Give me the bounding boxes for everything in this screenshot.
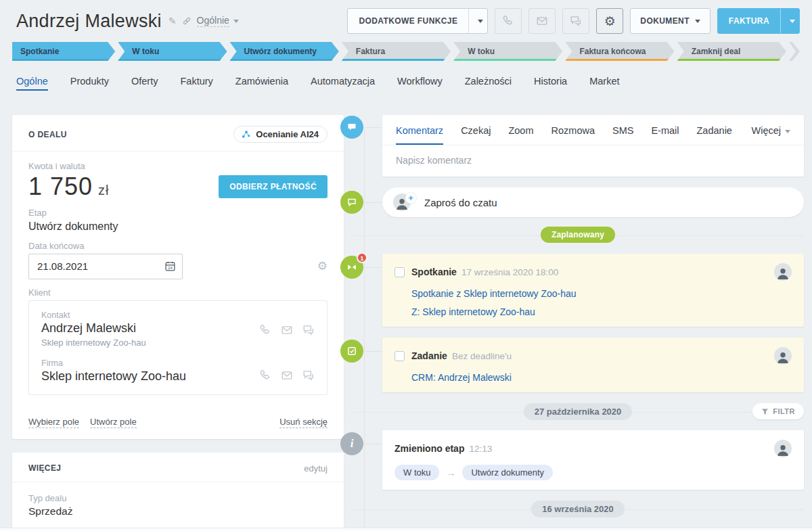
composer-tab-komentarz[interactable]: Komentarz <box>396 125 443 145</box>
envelope-icon <box>536 15 548 27</box>
composer-row: Komentarz Czekaj Zoom Rozmowa SMS E-mail… <box>382 115 804 177</box>
tab-ogolne[interactable]: Ogólne <box>16 76 48 91</box>
composer-tab-sms[interactable]: SMS <box>612 125 633 145</box>
title-tools: ✎ <box>168 16 191 26</box>
stage-transition: W toku → Utwórz dokumenty <box>394 465 792 480</box>
tab-workflowy[interactable]: Workflowy <box>397 76 443 91</box>
status-badge: Zaplanowany <box>541 227 615 243</box>
company-actions <box>259 369 315 382</box>
date-separator: 16 września 2020 <box>352 501 804 518</box>
tab-zaleznosci[interactable]: Zależności <box>465 76 512 91</box>
chevron-down-icon <box>695 20 700 23</box>
chat-icon[interactable] <box>302 324 315 336</box>
composer-tab-czekaj[interactable]: Czekaj <box>461 125 491 145</box>
task-link[interactable]: CRM: Andrzej Malewski <box>411 372 792 383</box>
amount-row: 1 750zł ODBIERZ PŁATNOŚĆ <box>28 174 328 200</box>
stage-label: Zamknij deal <box>692 47 741 56</box>
tab-faktury[interactable]: Faktury <box>180 76 212 91</box>
date-separator-label: 16 września 2020 <box>531 501 625 517</box>
phone-icon[interactable] <box>259 324 271 336</box>
edit-link[interactable]: edytuj <box>304 463 328 474</box>
stage-label: Spotkanie <box>20 47 59 56</box>
more-functions-button[interactable]: DODATKOWE FUNKCJE <box>347 8 488 34</box>
chat-button[interactable] <box>562 8 589 34</box>
task-head: Zadanie Bez deadline'u <box>394 347 792 365</box>
tab-produkty[interactable]: Produkty <box>70 76 109 91</box>
choose-field-link[interactable]: Wybierz pole <box>28 417 79 428</box>
document-button[interactable]: DOKUMENT <box>630 8 710 34</box>
filter-button[interactable]: FILTR <box>752 403 804 419</box>
invite-to-chat-button[interactable]: + Zaproś do czatu <box>382 187 804 217</box>
tab-market[interactable]: Market <box>589 76 619 91</box>
stage-utworz-dokumenty[interactable]: Utwórz dokumenty <box>230 42 339 61</box>
stage-label: Faktura <box>356 47 385 56</box>
stage-zamknij-deal[interactable]: Zamknij deal <box>677 42 786 61</box>
complete-checkbox[interactable] <box>394 351 405 361</box>
deal-type-value[interactable]: Sprzedaż <box>28 505 328 517</box>
collect-payment-button[interactable]: ODBIERZ PŁATNOŚĆ <box>219 175 328 198</box>
invoice-caret[interactable] <box>780 9 799 33</box>
meeting-card[interactable]: Spotkanie 17 września 2020 18:00 Spotkan… <box>382 254 804 327</box>
end-date-label: Data końcowa <box>28 241 328 251</box>
remove-section-link[interactable]: Usuń sekcję <box>279 417 328 428</box>
calendar-icon[interactable]: 24 <box>164 260 176 272</box>
tab-oferty[interactable]: Oferty <box>131 76 158 91</box>
meeting-link[interactable]: Spotkanie z Sklep internetowy Zoo-hau <box>411 288 792 299</box>
stage-spotkanie[interactable]: Spotkanie <box>12 42 115 61</box>
stage-label: W toku <box>468 47 495 56</box>
task-card[interactable]: Zadanie Bez deadline'u CRM: Andrzej Male… <box>382 338 804 392</box>
meeting-related-link[interactable]: Z: Sklep internetowy Zoo-hau <box>411 306 792 317</box>
add-person-plus-icon: + <box>405 193 416 204</box>
stage-field-value[interactable]: Utwórz dokumenty <box>28 221 328 233</box>
create-field-link[interactable]: Utwórz pole <box>90 417 137 428</box>
composer-tab-zoom[interactable]: Zoom <box>508 125 533 145</box>
client-label: Klient <box>28 287 328 298</box>
item-meta: Bez deadline'u <box>452 351 512 361</box>
link-icon[interactable] <box>182 16 191 26</box>
stage-w-toku-2[interactable]: W toku <box>453 42 562 61</box>
tab-zamowienia[interactable]: Zamówienia <box>235 76 288 91</box>
timeline-connector <box>363 444 382 444</box>
composer-tab-rozmowa[interactable]: Rozmowa <box>551 125 595 145</box>
arrow-right-icon: → <box>446 467 455 478</box>
phone-button[interactable] <box>495 8 522 34</box>
envelope-icon[interactable] <box>281 324 293 336</box>
settings-button[interactable]: ⚙ <box>596 8 623 34</box>
edit-title-icon[interactable]: ✎ <box>168 16 177 26</box>
phone-icon[interactable] <box>259 369 271 382</box>
composer-tab-email[interactable]: E-mail <box>651 125 679 145</box>
company-name[interactable]: Sklep internetowy Zoo-hau <box>41 369 186 384</box>
meeting-head: Spotkanie 17 września 2020 18:00 <box>394 263 792 281</box>
header-actions: DODATKOWE FUNKCJE ⚙ DOKUMENT FAKTURA <box>347 8 800 34</box>
tab-historia[interactable]: Historia <box>534 76 567 91</box>
stage-change-card[interactable]: Zmieniono etap 12:13 W toku → Utwórz dok… <box>382 430 804 490</box>
stage-faktura[interactable]: Faktura <box>342 42 451 61</box>
stage-w-toku[interactable]: W toku <box>118 42 227 61</box>
more-functions-caret[interactable] <box>468 9 487 33</box>
envelope-icon[interactable] <box>281 369 293 382</box>
complete-checkbox[interactable] <box>394 267 405 277</box>
chat-icon[interactable] <box>302 369 315 382</box>
email-button[interactable] <box>528 8 556 34</box>
timeline-connector <box>363 127 382 128</box>
invite-row: + Zaproś do czatu <box>382 187 804 217</box>
composer-tab-more[interactable]: Więcej <box>751 125 790 145</box>
comment-input[interactable]: Napisz komentarz <box>382 145 804 177</box>
contact-company[interactable]: Sklep internetowy Zoo-hau <box>41 338 146 348</box>
timeline-rail <box>364 129 365 531</box>
field-settings-gear-icon[interactable]: ⚙ <box>317 260 328 272</box>
deal-amount: 1 750zł <box>28 174 110 200</box>
ai-badge-label: Ocenianie AI24 <box>256 129 319 139</box>
avatar <box>774 347 792 365</box>
stage-faktura-koncowa[interactable]: Faktura końcowa <box>565 42 674 61</box>
tab-automatyzacja[interactable]: Automatyzacja <box>311 76 375 91</box>
contact-name[interactable]: Andrzej Malewski <box>41 321 146 336</box>
chat-icon <box>570 15 582 27</box>
end-date-input[interactable] <box>28 254 183 279</box>
composer-tab-zadanie[interactable]: Zadanie <box>697 125 732 145</box>
crm-deal-page: Andrzej Malewski ✎ Ogólnie DODATKOWE FUN… <box>0 0 812 531</box>
client-box: Kontakt Andrzej Malewski Sklep interneto… <box>28 300 328 395</box>
invoice-button[interactable]: FAKTURA <box>717 8 800 34</box>
ai-scoring-badge[interactable]: Ocenianie AI24 <box>233 126 328 143</box>
context-selector[interactable]: Ogólnie <box>197 15 229 27</box>
